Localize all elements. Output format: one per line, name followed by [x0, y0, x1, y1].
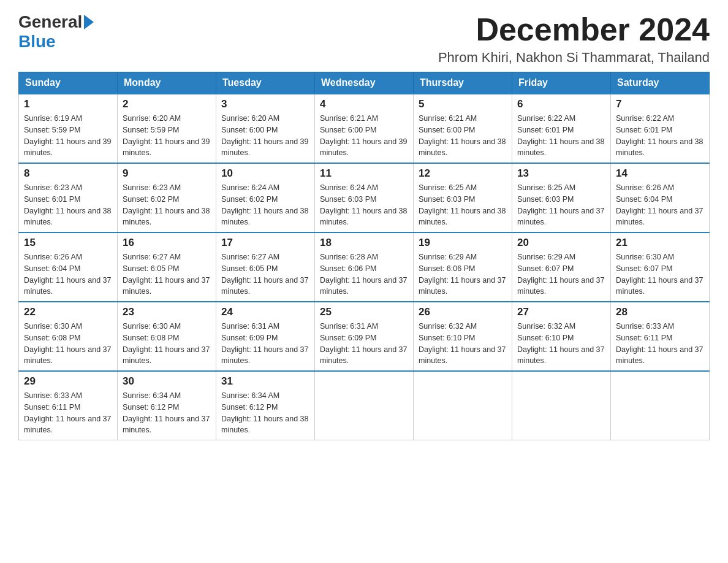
day-number: 22: [24, 306, 112, 318]
page-title: December 2024: [438, 12, 710, 47]
logo-general-text: General: [18, 12, 82, 32]
calendar-cell: 10Sunrise: 6:24 AMSunset: 6:02 PMDayligh…: [216, 163, 315, 232]
day-info: Sunrise: 6:22 AMSunset: 6:01 PMDaylight:…: [616, 113, 704, 159]
day-info: Sunrise: 6:30 AMSunset: 6:08 PMDaylight:…: [24, 321, 112, 367]
calendar-cell: [512, 371, 611, 440]
calendar-cell: 11Sunrise: 6:24 AMSunset: 6:03 PMDayligh…: [315, 163, 414, 232]
day-info: Sunrise: 6:24 AMSunset: 6:03 PMDaylight:…: [320, 182, 408, 228]
page-header: General Blue December 2024 Phrom Khiri, …: [18, 12, 710, 66]
day-number: 28: [616, 306, 704, 318]
calendar-cell: 8Sunrise: 6:23 AMSunset: 6:01 PMDaylight…: [19, 163, 118, 232]
day-number: 1: [24, 98, 112, 110]
calendar-cell: 18Sunrise: 6:28 AMSunset: 6:06 PMDayligh…: [315, 232, 414, 302]
calendar-cell: 30Sunrise: 6:34 AMSunset: 6:12 PMDayligh…: [118, 371, 216, 440]
calendar-cell: 28Sunrise: 6:33 AMSunset: 6:11 PMDayligh…: [611, 302, 710, 371]
day-number: 24: [221, 306, 309, 318]
column-header-tuesday: Tuesday: [216, 72, 315, 94]
calendar-cell: 2Sunrise: 6:20 AMSunset: 5:59 PMDaylight…: [118, 94, 216, 163]
day-number: 27: [517, 306, 605, 318]
day-number: 21: [616, 237, 704, 249]
calendar-cell: [414, 371, 512, 440]
day-number: 8: [24, 167, 112, 180]
day-number: 9: [123, 167, 211, 180]
day-number: 7: [616, 98, 704, 110]
calendar-week-row: 1Sunrise: 6:19 AMSunset: 5:59 PMDaylight…: [19, 94, 710, 163]
day-info: Sunrise: 6:27 AMSunset: 6:05 PMDaylight:…: [221, 251, 309, 297]
calendar-cell: 3Sunrise: 6:20 AMSunset: 6:00 PMDaylight…: [216, 94, 315, 163]
page-subtitle: Phrom Khiri, Nakhon Si Thammarat, Thaila…: [438, 50, 710, 66]
day-info: Sunrise: 6:25 AMSunset: 6:03 PMDaylight:…: [419, 182, 507, 228]
day-number: 2: [123, 98, 211, 110]
day-number: 17: [221, 237, 309, 249]
calendar-week-row: 8Sunrise: 6:23 AMSunset: 6:01 PMDaylight…: [19, 163, 710, 232]
calendar-cell: 14Sunrise: 6:26 AMSunset: 6:04 PMDayligh…: [611, 163, 710, 232]
calendar-table: SundayMondayTuesdayWednesdayThursdayFrid…: [18, 72, 710, 440]
day-number: 30: [123, 375, 211, 388]
calendar-header-row: SundayMondayTuesdayWednesdayThursdayFrid…: [19, 72, 710, 94]
day-info: Sunrise: 6:28 AMSunset: 6:06 PMDaylight:…: [320, 251, 408, 297]
day-info: Sunrise: 6:21 AMSunset: 6:00 PMDaylight:…: [419, 113, 507, 159]
calendar-cell: [315, 371, 414, 440]
title-area: December 2024 Phrom Khiri, Nakhon Si Tha…: [438, 12, 710, 66]
calendar-week-row: 29Sunrise: 6:33 AMSunset: 6:11 PMDayligh…: [19, 371, 710, 440]
day-info: Sunrise: 6:32 AMSunset: 6:10 PMDaylight:…: [517, 321, 605, 367]
day-number: 29: [24, 375, 112, 388]
column-header-saturday: Saturday: [611, 72, 710, 94]
day-info: Sunrise: 6:21 AMSunset: 6:00 PMDaylight:…: [320, 113, 408, 159]
day-info: Sunrise: 6:24 AMSunset: 6:02 PMDaylight:…: [221, 182, 309, 228]
day-number: 15: [24, 237, 112, 249]
calendar-cell: 31Sunrise: 6:34 AMSunset: 6:12 PMDayligh…: [216, 371, 315, 440]
calendar-cell: 6Sunrise: 6:22 AMSunset: 6:01 PMDaylight…: [512, 94, 611, 163]
day-info: Sunrise: 6:26 AMSunset: 6:04 PMDaylight:…: [616, 182, 704, 228]
day-number: 14: [616, 167, 704, 180]
logo-blue-text: Blue: [18, 32, 56, 51]
calendar-cell: 20Sunrise: 6:29 AMSunset: 6:07 PMDayligh…: [512, 232, 611, 302]
day-number: 25: [320, 306, 408, 318]
day-info: Sunrise: 6:30 AMSunset: 6:07 PMDaylight:…: [616, 251, 704, 297]
day-info: Sunrise: 6:34 AMSunset: 6:12 PMDaylight:…: [123, 390, 211, 436]
day-number: 16: [123, 237, 211, 249]
day-info: Sunrise: 6:32 AMSunset: 6:10 PMDaylight:…: [419, 321, 507, 367]
calendar-cell: 1Sunrise: 6:19 AMSunset: 5:59 PMDaylight…: [19, 94, 118, 163]
calendar-cell: [611, 371, 710, 440]
day-number: 13: [517, 167, 605, 180]
day-number: 10: [221, 167, 309, 180]
calendar-cell: 27Sunrise: 6:32 AMSunset: 6:10 PMDayligh…: [512, 302, 611, 371]
day-info: Sunrise: 6:34 AMSunset: 6:12 PMDaylight:…: [221, 390, 309, 436]
day-info: Sunrise: 6:29 AMSunset: 6:06 PMDaylight:…: [419, 251, 507, 297]
calendar-cell: 9Sunrise: 6:23 AMSunset: 6:02 PMDaylight…: [118, 163, 216, 232]
day-info: Sunrise: 6:31 AMSunset: 6:09 PMDaylight:…: [221, 321, 309, 367]
day-number: 12: [419, 167, 507, 180]
calendar-cell: 22Sunrise: 6:30 AMSunset: 6:08 PMDayligh…: [19, 302, 118, 371]
day-info: Sunrise: 6:33 AMSunset: 6:11 PMDaylight:…: [24, 390, 112, 436]
day-info: Sunrise: 6:22 AMSunset: 6:01 PMDaylight:…: [517, 113, 605, 159]
calendar-cell: 19Sunrise: 6:29 AMSunset: 6:06 PMDayligh…: [414, 232, 512, 302]
calendar-cell: 26Sunrise: 6:32 AMSunset: 6:10 PMDayligh…: [414, 302, 512, 371]
calendar-cell: 13Sunrise: 6:25 AMSunset: 6:03 PMDayligh…: [512, 163, 611, 232]
day-info: Sunrise: 6:23 AMSunset: 6:02 PMDaylight:…: [123, 182, 211, 228]
day-info: Sunrise: 6:23 AMSunset: 6:01 PMDaylight:…: [24, 182, 112, 228]
column-header-thursday: Thursday: [414, 72, 512, 94]
day-number: 11: [320, 167, 408, 180]
day-number: 6: [517, 98, 605, 110]
day-info: Sunrise: 6:26 AMSunset: 6:04 PMDaylight:…: [24, 251, 112, 297]
day-info: Sunrise: 6:20 AMSunset: 5:59 PMDaylight:…: [123, 113, 211, 159]
day-info: Sunrise: 6:30 AMSunset: 6:08 PMDaylight:…: [123, 321, 211, 367]
day-info: Sunrise: 6:20 AMSunset: 6:00 PMDaylight:…: [221, 113, 309, 159]
logo-triangle-icon: [84, 15, 94, 29]
day-number: 5: [419, 98, 507, 110]
column-header-monday: Monday: [118, 72, 216, 94]
calendar-cell: 21Sunrise: 6:30 AMSunset: 6:07 PMDayligh…: [611, 232, 710, 302]
day-number: 31: [221, 375, 309, 388]
calendar-cell: 25Sunrise: 6:31 AMSunset: 6:09 PMDayligh…: [315, 302, 414, 371]
calendar-cell: 24Sunrise: 6:31 AMSunset: 6:09 PMDayligh…: [216, 302, 315, 371]
calendar-week-row: 22Sunrise: 6:30 AMSunset: 6:08 PMDayligh…: [19, 302, 710, 371]
day-number: 20: [517, 237, 605, 249]
day-number: 26: [419, 306, 507, 318]
calendar-cell: 15Sunrise: 6:26 AMSunset: 6:04 PMDayligh…: [19, 232, 118, 302]
day-number: 23: [123, 306, 211, 318]
day-info: Sunrise: 6:33 AMSunset: 6:11 PMDaylight:…: [616, 321, 704, 367]
calendar-cell: 4Sunrise: 6:21 AMSunset: 6:00 PMDaylight…: [315, 94, 414, 163]
logo: General Blue: [18, 12, 96, 52]
calendar-cell: 12Sunrise: 6:25 AMSunset: 6:03 PMDayligh…: [414, 163, 512, 232]
